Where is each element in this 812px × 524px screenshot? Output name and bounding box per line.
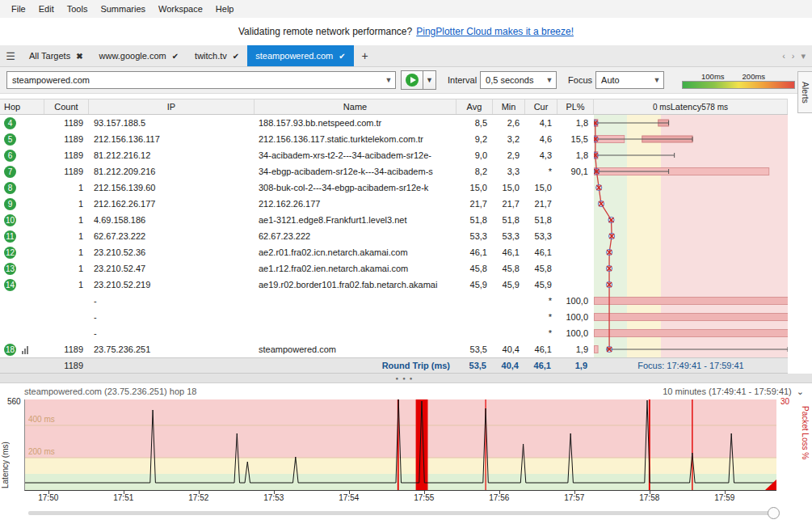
hop-row[interactable]: 14123.210.52.219ae19.r02.border101.fra02… — [0, 277, 788, 293]
timeline-range-select[interactable]: 10 minutes (17:49:41 - 17:59:41) ⌄ — [663, 387, 804, 397]
name-cell: 212.156.136.117.static.turktelekom.com.t… — [255, 134, 456, 144]
focus-select[interactable]: Auto ▼ — [595, 71, 664, 89]
summary-avg: 53,5 — [456, 361, 493, 370]
start-options-dropdown[interactable]: ▼ — [423, 70, 436, 90]
hop-row[interactable]: 12123.210.52.36ae2.r01.fra02.icn.netarch… — [0, 244, 788, 260]
tab-label: All Targets — [29, 51, 70, 61]
summary-pl: 1,9 — [557, 361, 594, 370]
summary-count-cell: 1189 — [44, 361, 89, 370]
pl-cell: 90,1 — [557, 167, 594, 176]
timeline-panel: steampowered.com (23.75.236.251) hop 18 … — [0, 383, 812, 503]
pane-splitter-handle[interactable]: ●●● — [0, 374, 812, 383]
avg-cell: 53,3 — [456, 231, 493, 241]
scale-min-label: 0 ms — [653, 103, 671, 112]
pl-cell: 1,8 — [557, 150, 594, 160]
hop-row[interactable]: 1014.69.158.186ae1-3121.edge8.Frankfurt1… — [0, 212, 788, 228]
cur-cell: 45,8 — [525, 264, 557, 273]
cur-cell: 46,1 — [525, 344, 557, 354]
target-list-icon[interactable]: ☰ — [0, 45, 21, 66]
tab-twitch-tv[interactable]: twitch.tv ✔ — [187, 45, 247, 66]
tab-label: steampowered.com — [255, 51, 333, 61]
col-header-avg[interactable]: Avg — [456, 99, 493, 114]
hop-cell: 5 — [0, 133, 44, 146]
hop-row[interactable]: -*100,0 — [0, 309, 788, 325]
pl-cell: 1,8 — [557, 118, 594, 128]
col-header-name[interactable]: Name — [255, 99, 456, 114]
promo-link[interactable]: PingPlotter Cloud makes it a breeze! — [416, 26, 574, 37]
menu-workspace[interactable]: Workspace — [152, 2, 209, 16]
count-cell: 1 — [44, 183, 89, 192]
timeline-graph[interactable]: 400 ms 200 ms — [24, 399, 776, 491]
hop-row[interactable]: 4118993.157.188.5188.157.93.bb.netspeed.… — [0, 115, 788, 131]
menu-summaries[interactable]: Summaries — [94, 2, 152, 16]
interval-value: 0,5 seconds — [481, 75, 543, 85]
new-target-tab-button[interactable]: + — [354, 45, 377, 66]
hop-latency-graph-cell — [594, 228, 788, 244]
col-header-hop[interactable]: Hop — [0, 99, 44, 114]
tab-list-dropdown-icon[interactable]: ▾ — [801, 51, 806, 61]
hop-latency-graph-cell — [594, 212, 788, 228]
menu-tools[interactable]: Tools — [61, 2, 95, 16]
hop-number-badge: 13 — [4, 263, 16, 275]
scrollbar-track[interactable] — [28, 511, 776, 515]
hop-row[interactable]: -*100,0 — [0, 293, 788, 309]
alerts-side-tab[interactable]: Alerts — [797, 71, 812, 113]
interval-select[interactable]: 0,5 seconds ▼ — [480, 71, 557, 89]
chevron-down-icon: ⌄ — [797, 387, 804, 397]
close-tab-icon[interactable]: ✖ — [76, 52, 82, 61]
play-icon — [406, 74, 419, 87]
hop-row[interactable]: 6118981.212.216.1234-acibadem-xrs-t2-2--… — [0, 147, 788, 163]
target-address-combobox[interactable]: steampowered.com ▼ — [6, 71, 396, 89]
hop-number-badge: 4 — [4, 117, 16, 129]
hop-row[interactable]: 81212.156.139.60308-buk-col-2---34-ebgp-… — [0, 180, 788, 196]
hop-number-badge: 18 — [4, 344, 16, 356]
latency-axis-label: Latency (ms) — [1, 408, 10, 488]
col-header-min[interactable]: Min — [493, 99, 525, 114]
avg-cell: 9,0 — [456, 150, 493, 160]
round-trip-summary-row[interactable]: 1189 Round Trip (ms) 53,5 40,4 46,1 1,9 … — [0, 357, 788, 374]
tab-bar: ☰ All Targets ✖ www.google.com ✔ twitch.… — [0, 45, 812, 67]
hop-row[interactable]: 18118923.75.236.251steampowered.com53,54… — [0, 341, 788, 357]
col-header-cur[interactable]: Cur — [525, 99, 557, 114]
cur-cell: * — [525, 167, 557, 176]
tab-all-targets[interactable]: All Targets ✖ — [21, 45, 91, 66]
ip-cell: 23.75.236.251 — [89, 344, 255, 354]
start-trace-button[interactable] — [401, 70, 423, 90]
scrollbar-thumb[interactable] — [768, 507, 780, 519]
min-cell: 21,7 — [493, 199, 525, 209]
tab-steampowered-com[interactable]: steampowered.com ✔ — [247, 45, 353, 66]
timeline-header: steampowered.com (23.75.236.251) hop 18 … — [0, 383, 812, 399]
tab-scroll-right-icon[interactable]: › — [792, 51, 795, 61]
hop-latency-graph-cell — [594, 244, 788, 260]
target-address-value: steampowered.com — [7, 75, 382, 85]
hop-row[interactable]: 11162.67.23.22262.67.23.22253,353,353,3 — [0, 228, 788, 244]
hop-latency-graph-cell — [594, 293, 788, 309]
cur-cell: * — [525, 328, 557, 338]
tab-www-google-com[interactable]: www.google.com ✔ — [91, 45, 187, 66]
hop-row[interactable]: 51189212.156.136.117212.156.136.117.stat… — [0, 131, 788, 147]
trace-running-icon: ✔ — [233, 52, 239, 61]
hop-number-badge: 9 — [4, 198, 16, 210]
menu-help[interactable]: Help — [209, 2, 241, 16]
hop-cell: 11 — [0, 230, 44, 243]
tab-scroll-left-icon[interactable]: ‹ — [782, 51, 785, 61]
col-header-ip[interactable]: IP — [89, 99, 255, 114]
chevron-down-icon[interactable]: ▼ — [382, 76, 395, 84]
hop-row[interactable]: 7118981.212.209.21634-ebgp-acibadem-sr12… — [0, 163, 788, 180]
hop-row[interactable]: -*100,0 — [0, 325, 788, 341]
latency-scale-header: 0 ms Latency 578 ms — [594, 99, 788, 114]
hop-row[interactable]: 91212.162.26.177212.162.26.17721,721,721… — [0, 196, 788, 212]
hop-latency-graph-cell — [594, 131, 788, 147]
col-header-pl[interactable]: PL% — [557, 99, 594, 114]
hop-row[interactable]: 13123.210.52.47ae1.r12.fra02.ien.netarch… — [0, 260, 788, 277]
cur-cell: 46,1 — [525, 247, 557, 257]
chevron-down-icon[interactable]: ▼ — [650, 76, 663, 84]
col-header-count[interactable]: Count — [44, 99, 89, 114]
min-cell: 15,0 — [493, 183, 525, 192]
ip-cell: 212.156.136.117 — [89, 134, 255, 144]
menu-file[interactable]: File — [5, 2, 32, 16]
timeline-scrollbar[interactable] — [0, 501, 812, 524]
menu-edit[interactable]: Edit — [32, 2, 61, 16]
chevron-down-icon[interactable]: ▼ — [543, 76, 556, 84]
cur-cell: * — [525, 296, 557, 306]
